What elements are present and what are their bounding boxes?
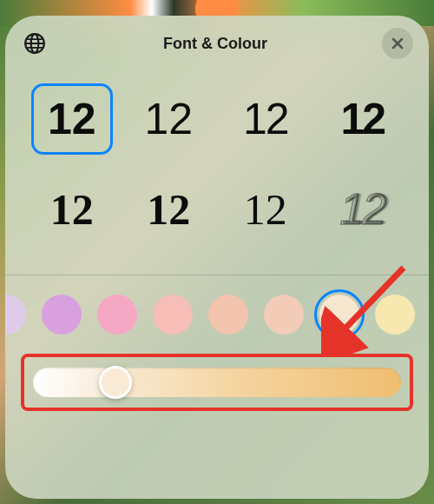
close-icon [391, 36, 404, 50]
font-sample: 12 [339, 184, 385, 235]
colour-swatch-8[interactable] [375, 295, 415, 335]
font-option-5[interactable]: 12 [31, 174, 113, 245]
sheet-title: Font & Colour [163, 35, 267, 53]
colour-swatch-1[interactable] [5, 295, 26, 335]
font-sample: 12 [340, 94, 384, 144]
close-button[interactable] [382, 28, 413, 59]
font-option-2[interactable]: 12 [128, 83, 210, 155]
font-option-8[interactable]: 12 [322, 174, 404, 245]
colour-swatch-3[interactable] [97, 295, 137, 335]
font-picker-grid: 12 12 12 12 12 12 12 12 [5, 68, 429, 275]
colour-swatch-6[interactable] [264, 295, 304, 335]
globe-icon [23, 32, 46, 55]
font-option-4[interactable]: 12 [322, 83, 404, 155]
sheet-header: Font & Colour [5, 16, 429, 68]
font-sample: 12 [244, 184, 287, 235]
font-colour-sheet: Font & Colour 12 12 12 12 12 12 12 12 [5, 16, 429, 499]
font-sample: 12 [48, 94, 96, 144]
font-option-3[interactable]: 12 [225, 83, 306, 155]
colour-swatch-row[interactable] [5, 275, 429, 342]
globe-button[interactable] [21, 30, 49, 57]
font-sample: 12 [147, 184, 190, 235]
font-sample: 12 [50, 184, 94, 235]
font-option-6[interactable]: 12 [128, 174, 210, 245]
font-option-1[interactable]: 12 [31, 83, 113, 155]
hue-slider[interactable] [33, 368, 401, 397]
colour-swatch-7[interactable] [319, 295, 359, 335]
font-option-7[interactable]: 12 [225, 174, 306, 245]
colour-swatch-5[interactable] [208, 295, 248, 335]
colour-swatch-2[interactable] [42, 295, 82, 335]
font-sample: 12 [243, 94, 288, 144]
colour-swatch-4[interactable] [153, 295, 193, 335]
slider-highlight-annotation [21, 354, 413, 411]
font-sample: 12 [144, 94, 193, 144]
hue-slider-thumb[interactable] [99, 366, 132, 399]
